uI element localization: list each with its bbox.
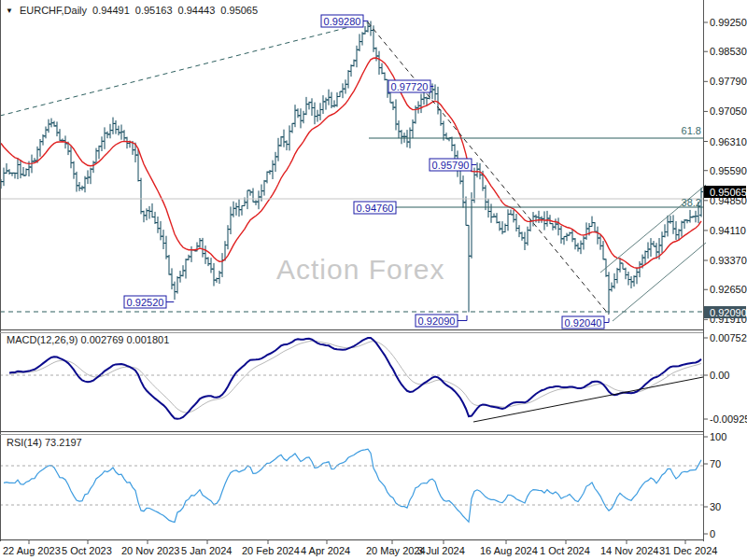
ohlc-high: 0.95163 [135,5,173,16]
fib-label: 38.2 [682,197,701,208]
rsi-axis-label: 100 [710,431,726,442]
date-axis-label: 1 Oct 2024 [540,545,590,556]
date-axis-label: 5 Jan 2024 [181,545,232,556]
price-axis-label: 0.99250 [710,17,747,28]
price-axis-highlight: 0.92090 [704,306,747,318]
rsi-axis-label: 0 [710,528,715,539]
price-axis-label: 0.93370 [710,255,747,266]
chart-canvas[interactable]: 0.992800.977200.957900.947600.925200.920… [0,0,747,560]
price-axis-highlight: 0.95065 [704,186,747,198]
price-tag-connector [458,315,467,321]
price-tag: 0.92090 [416,315,467,327]
date-axis-label: 14 Nov 2024 [600,545,658,556]
date-axis-label: 5 Oct 2023 [62,545,112,556]
price-tag-text: 0.92520 [127,297,164,308]
price-axis-highlight-text: 0.92090 [710,307,747,318]
price-axis-label: 0.95590 [710,165,747,176]
rsi-header: RSI(14) 73.2197 [7,437,82,448]
price-axis-highlight-text: 0.95065 [710,187,747,198]
ohlc-open: 0.94491 [92,5,130,16]
date-axis-label: 31 Dec 2024 [659,545,717,556]
price-axis-label: 0.94110 [710,225,746,236]
price-tag-text: 0.92040 [565,317,602,329]
price-axis-label: 0.97050 [710,105,747,117]
price-tag: 0.95790 [430,159,476,171]
price-tag-text: 0.92090 [418,315,456,327]
price-tag-text: 0.94760 [357,203,394,214]
rsi-axis-label: 30 [710,501,721,512]
symbol-dropdown-icon: ▼ [6,7,13,15]
price-axis-label: 0.97790 [710,76,747,87]
fib-label: 61.8 [682,125,701,136]
price-axis-label: 0.96310 [710,136,747,147]
date-axis-label: 4 Apr 2024 [301,545,350,556]
macd-signal-line [9,341,701,413]
date-axis-label: 20 Nov 2023 [121,545,179,556]
main-price-panel[interactable] [0,21,703,315]
date-axis-label: 3 Jul 2024 [417,545,465,556]
price-tag-connector [166,301,174,302]
moving-average-line [1,58,701,268]
macd-panel[interactable] [9,338,701,419]
symbol-timeframe: EURCHF,Daily [20,5,87,16]
macd-axis-label: -0.009252 [710,413,747,425]
price-axis-label: 0.98530 [710,46,747,57]
macd-main-line [9,338,701,419]
price-tag-text: 0.97720 [391,81,429,92]
price-tag: 0.92040 [562,316,609,329]
rsi-name: RSI(14) [7,437,42,448]
date-axis-label: 16 Aug 2024 [480,545,538,556]
macd-axis-label: 0.007526 [710,332,747,343]
macd-signal-value: 0.001801 [126,334,169,345]
descending-dashed [368,22,609,315]
price-tag-text: 0.99280 [324,16,361,27]
price-tag-connector [604,318,609,323]
ascending-dashed [0,22,368,116]
price-tag: 0.97720 [388,80,433,92]
date-axis-label: 20 Feb 2024 [242,545,300,556]
ohlc-header: ▼EURCHF,Daily0.944910.951630.944430.9506… [6,5,258,16]
price-tag-text: 0.95790 [432,160,470,171]
price-axis-label: 0.92650 [710,284,747,295]
price-tag: 0.99280 [321,15,368,27]
macd-main-value: 0.002769 [80,334,123,345]
price-bars [0,21,703,315]
price-tag: 0.92520 [124,296,174,308]
ohlc-close: 0.95065 [220,5,258,16]
macd-axis-label: 0.00 [710,370,729,381]
price-tag: 0.94760 [354,202,396,214]
rsi-value: 73.2197 [45,437,82,448]
rsi-axis-label: 70 [710,458,721,469]
macd-header: MACD(12,26,9) 0.002769 0.001801 [7,334,169,345]
chart-window: Action Forex 0.992800.977200.957900.9476… [0,0,747,560]
price-tag-connector [472,164,476,165]
rsi-line [4,449,701,522]
rsi-panel[interactable] [4,449,701,522]
price-tag-connector [363,21,368,22]
macd-name: MACD(12,26,9) [7,334,78,345]
date-axis-label: 22 Aug 2023 [3,545,61,556]
ohlc-low: 0.94443 [178,5,216,16]
